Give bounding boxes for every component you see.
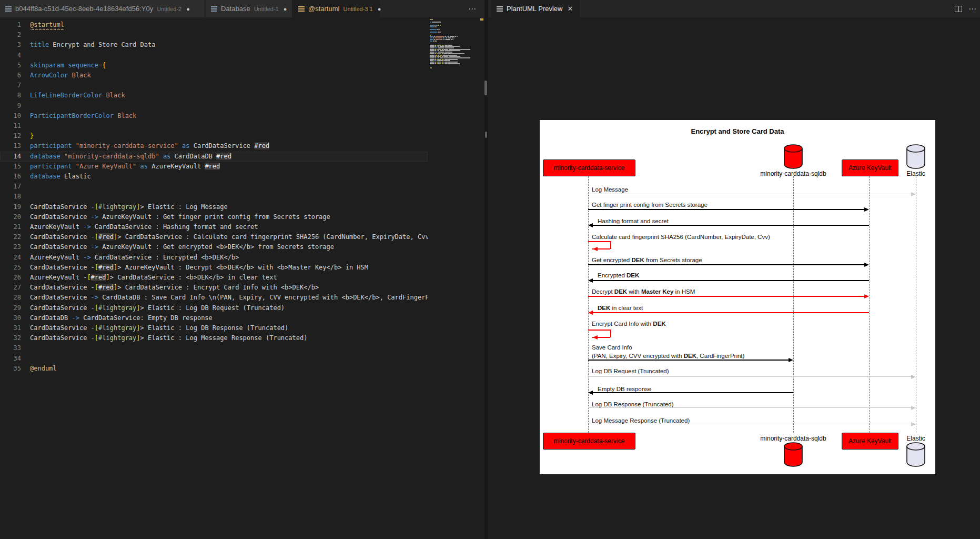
message-line — [588, 296, 865, 297]
tab-untitled-2[interactable]: b044ff8a-c51d-45ec-8eeb-4e18634efd56:Y0y… — [0, 0, 205, 17]
code-line[interactable]: CardDataService -> CardDataDB : Save Car… — [30, 293, 428, 303]
line-number: 12 — [0, 131, 21, 141]
minimap-line — [430, 52, 453, 53]
diagram-title: Encrypt and Store Card Data — [540, 127, 935, 135]
database-icon — [783, 442, 804, 467]
code-line[interactable]: CardDataService -> AzureKeyVault : Get f… — [30, 212, 428, 222]
code-line[interactable]: participant "minority-carddata-service" … — [30, 141, 428, 151]
minimap-line — [430, 62, 458, 63]
line-number: 16 — [0, 172, 21, 182]
lifeline — [869, 176, 870, 433]
split-editor-icon[interactable] — [955, 6, 962, 12]
message-label: Hashing format and secret — [598, 218, 669, 224]
code-line[interactable] — [30, 51, 428, 61]
code-line[interactable] — [30, 81, 428, 91]
message-line — [592, 225, 869, 226]
more-actions-icon[interactable]: ⋯ — [968, 4, 977, 14]
tab-untitled-3[interactable]: @startuml Untitled-3 1 ● — [293, 0, 380, 17]
tab-plantuml-preview[interactable]: PlantUML Preview ✕ — [491, 0, 580, 17]
code-line[interactable]: database "minority-carddata-sqldb" as Ca… — [30, 152, 428, 162]
participant-label: minority-carddata-sqldb — [760, 435, 826, 442]
tab-label: Database — [221, 5, 250, 13]
line-number: 13 — [0, 141, 21, 151]
arrowhead — [593, 247, 598, 251]
message-label: Log Message — [592, 186, 628, 193]
code-line[interactable]: CardDataService -[#red]> AzureKeyVault :… — [30, 263, 428, 273]
code-line[interactable]: CardDataService -[#lightgray]> Elastic :… — [30, 303, 428, 313]
code-line[interactable]: CardDataService -[#red]> CardDataService… — [30, 232, 428, 242]
code-line[interactable]: CardDataService -[#lightgray]> Elastic :… — [30, 323, 428, 333]
code-line[interactable]: ParticipantBorderColor Black — [30, 111, 428, 121]
minimap-line — [430, 63, 460, 64]
minimap-line — [430, 37, 455, 38]
tab-bar: b044ff8a-c51d-45ec-8eeb-4e18634efd56:Y0y… — [0, 0, 980, 17]
sash-handle[interactable] — [484, 81, 487, 95]
arrowhead — [588, 311, 593, 315]
more-actions-icon[interactable]: ⋯ — [468, 4, 477, 14]
message-line — [588, 407, 912, 408]
editor-group-actions: ⋯ — [468, 0, 477, 17]
code-line[interactable]: title Encrypt and Store Card Data — [30, 40, 428, 50]
code-line[interactable]: skinparam sequence { — [30, 61, 428, 71]
minimap-line — [430, 55, 458, 56]
minimap-line — [430, 53, 465, 54]
code-line[interactable]: CardDataService -[#lightgray]> Elastic :… — [30, 202, 428, 212]
code-line[interactable]: AzureKeyVault -[#red]> CardDataService :… — [30, 273, 428, 283]
code-line[interactable]: @startuml — [30, 20, 428, 30]
code-line[interactable]: @enduml — [30, 364, 428, 374]
code-line[interactable]: database Elastic — [30, 172, 428, 182]
close-icon[interactable]: ✕ — [567, 5, 573, 13]
code-line[interactable]: ArrowColor Black — [30, 71, 428, 81]
arrowhead — [864, 207, 869, 212]
line-number: 19 — [0, 202, 21, 212]
line-number: 20 — [0, 212, 21, 222]
arrowhead — [588, 223, 593, 227]
code-line[interactable] — [30, 354, 428, 364]
minimap-line — [430, 29, 440, 30]
code-line[interactable] — [30, 121, 428, 131]
code-line[interactable]: AzureKeyVault -> CardDataService : Hashi… — [30, 222, 428, 232]
code-line[interactable]: } — [30, 131, 428, 141]
line-number: 32 — [0, 333, 21, 343]
line-number: 4 — [0, 51, 21, 61]
minimap[interactable] — [428, 17, 480, 86]
editor-sash[interactable] — [484, 0, 488, 539]
code-line[interactable] — [30, 192, 428, 202]
modified-dot-icon[interactable]: ● — [284, 6, 287, 12]
code-line[interactable] — [30, 182, 428, 192]
message-line — [610, 330, 611, 337]
code-line[interactable] — [30, 30, 428, 40]
message-label: Log Message Response (Truncated) — [592, 417, 690, 424]
code-line[interactable]: AzureKeyVault -> CardDataService : Encry… — [30, 253, 428, 263]
minimap-line — [430, 56, 461, 57]
message-line — [588, 241, 610, 242]
code-line[interactable]: CardDataService -[#lightgray]> Elastic :… — [30, 333, 428, 343]
lifeline — [793, 176, 794, 433]
code-line[interactable]: CardDataDB -> CardDataService: Empty DB … — [30, 313, 428, 323]
code-line[interactable]: CardDataService -[#red]> CardDataService… — [30, 283, 428, 293]
code-line[interactable]: participant "Azure KeyVault" as AzureKey… — [30, 162, 428, 172]
line-number: 6 — [0, 71, 21, 81]
code-editor[interactable]: 1234567891011121314151617181920212223242… — [0, 17, 484, 539]
code-line[interactable] — [30, 101, 428, 111]
arrowhead — [911, 192, 916, 196]
code-line[interactable]: LifeLineBorderColor Black — [30, 91, 428, 101]
message-label: (PAN, Expiry, CVV encrypted with DEK, Ca… — [592, 353, 744, 359]
minimap-line — [430, 49, 471, 50]
participant-box: Azure KeyVault — [842, 433, 898, 450]
list-icon — [211, 6, 217, 12]
code-line[interactable]: CardDataService -> AzureKeyVault : Get e… — [30, 242, 428, 252]
minimap-line — [430, 46, 460, 47]
modified-dot-icon[interactable]: ● — [378, 6, 381, 12]
database-icon — [783, 144, 804, 169]
minimap-line — [430, 59, 458, 60]
sash-handle[interactable] — [485, 132, 487, 138]
modified-dot-icon[interactable]: ● — [186, 6, 190, 12]
code-line[interactable] — [30, 343, 428, 353]
tab-label: @startuml — [308, 5, 339, 13]
diagram-card: Encrypt and Store Card Data minority-car… — [540, 120, 935, 474]
line-number: 17 — [0, 182, 21, 192]
message-label: Empty DB response — [598, 386, 651, 392]
tab-untitled-1[interactable]: Database Untitled-1 ● — [206, 0, 292, 17]
minimap-line — [430, 45, 453, 46]
